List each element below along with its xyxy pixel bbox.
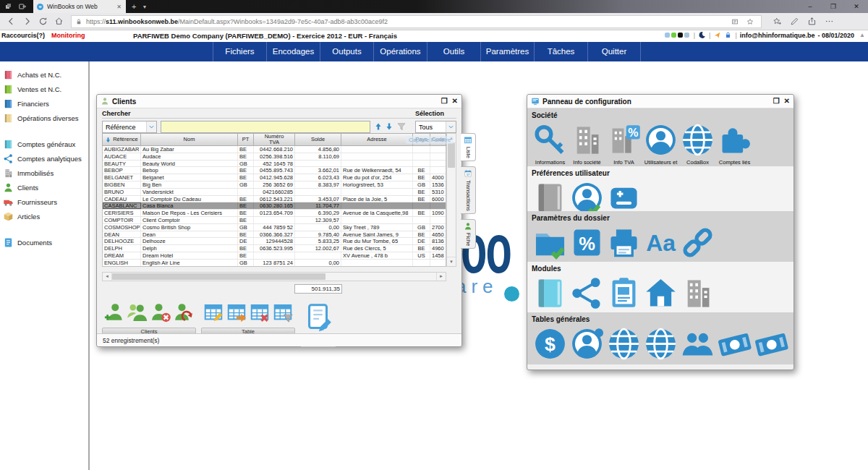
column-header-pt[interactable]: PT xyxy=(238,134,254,145)
maximize-window-icon[interactable]: ❐ xyxy=(441,95,448,108)
clients-window-titlebar[interactable]: Clients ❐✕ xyxy=(97,95,461,108)
button-adapter[interactable]: Adapter xyxy=(249,298,271,327)
sidebar-item-ventes-et-n-c[interactable]: Ventes et N.C. xyxy=(0,82,87,96)
table-row[interactable]: ENGLISHEnglish Air LineGB123 8751 240,00 xyxy=(103,260,446,267)
config-item-divers[interactable]: Divers xyxy=(569,179,605,211)
button-exporter[interactable]: Exporter xyxy=(226,298,247,327)
config-item-facturation[interactable]: Facturation xyxy=(605,275,642,312)
config-item-comptes-bancaires[interactable]: Comptes bancaires xyxy=(753,325,790,364)
side-tab-fiche[interactable]: Fiche xyxy=(461,219,476,249)
config-item-codes-postaux[interactable]: Codes postaux xyxy=(642,325,679,364)
sidebar-item-comptes-generaux[interactable]: Comptes généraux xyxy=(0,137,87,151)
back-icon[interactable] xyxy=(7,17,16,26)
side-tab-transactions[interactable]: 17Transactions xyxy=(461,166,476,214)
reading-view-icon[interactable] xyxy=(731,18,739,25)
vertical-scrollbar[interactable]: ▲ ▼ xyxy=(446,133,456,267)
horizontal-scrollbar[interactable]: ◄ ► xyxy=(102,272,446,281)
contact-email[interactable]: info@hhinformatique.be xyxy=(740,32,815,39)
forward-icon[interactable] xyxy=(22,17,32,26)
button-filtrer[interactable]: Filtrer xyxy=(272,298,294,327)
monitoring-link[interactable]: Monitoring xyxy=(51,32,85,39)
config-item-touches-de-raccourcis[interactable]: Touches de raccourcis xyxy=(605,179,642,211)
scroll-down-icon[interactable]: ▼ xyxy=(447,257,456,266)
menu-item-outputs[interactable]: Outputs xyxy=(320,42,373,61)
table-row[interactable]: BEBOPBebopBE0455.895.7433.662,01Rue de W… xyxy=(103,167,446,174)
search-input[interactable] xyxy=(161,121,370,133)
table-row[interactable]: BRUNOVandersnickt0421660285BE5310 xyxy=(103,189,446,196)
config-item-codes-tva[interactable]: %Codes TVA xyxy=(569,224,605,262)
table-row[interactable]: DEANDeanBE0366.366.3279.785,40Avenue Sai… xyxy=(103,231,446,239)
column-header-adresse[interactable]: Adresse xyxy=(341,134,413,145)
menu-item-fichiers[interactable]: Fichiers xyxy=(213,42,266,61)
table-row[interactable]: CASABLANCCasa BlancaBE0630.280.16511.704… xyxy=(103,202,446,210)
more-options-icon[interactable] xyxy=(825,17,834,26)
new-tab-button[interactable]: + xyxy=(132,2,136,11)
config-item-format[interactable]: AaFormat xyxy=(642,224,679,262)
config-item-winbooks-id[interactable]: WinBooks ID xyxy=(679,224,716,262)
collapse-chevron-icon[interactable]: ▲ xyxy=(859,32,865,38)
menu-item-encodages[interactable]: Encodages xyxy=(266,42,320,61)
table-row[interactable]: BELGANETBelganetBE0412.945.6286.023,43Ru… xyxy=(103,174,446,181)
search-down-icon[interactable] xyxy=(385,122,393,131)
config-item-conditions-de-paiement[interactable]: Conditions de paiement xyxy=(716,325,753,364)
selection-select[interactable]: Tous xyxy=(415,121,456,133)
menu-item-quitter[interactable]: Quitter xyxy=(587,42,641,61)
button-piece-jointe[interactable]: Pièce jointe xyxy=(302,298,335,338)
notes-pen-icon[interactable] xyxy=(790,17,799,26)
menu-item-parametres[interactable]: Paramètres xyxy=(480,42,534,61)
tab-preview-icon[interactable] xyxy=(4,2,14,11)
scroll-left-icon[interactable]: ◄ xyxy=(103,273,112,281)
scroll-right-icon[interactable]: ► xyxy=(436,273,446,281)
config-item-pays[interactable]: Pays xyxy=(605,325,642,364)
url-bar[interactable]: https://s11.winbooksonweb.be/MainDefault… xyxy=(71,15,762,28)
restore-button[interactable]: ❐ xyxy=(822,0,845,13)
config-item-gestion-de-stock[interactable]: Gestion de stock xyxy=(642,275,679,312)
sidebar-item-operations-diverses[interactable]: Opérations diverses xyxy=(0,111,87,125)
shortcuts-link[interactable]: Raccourcis(?) xyxy=(1,32,45,39)
config-item-immobilises[interactable]: Immobilisés xyxy=(679,275,716,312)
config-item-informations-sur-la-licence[interactable]: Informations sur la licence xyxy=(532,121,569,166)
sidebar-item-articles[interactable]: Articles xyxy=(0,209,87,223)
column-header-solde[interactable]: Solde xyxy=(295,134,341,145)
config-item-options-d-impression[interactable]: Options d'impression xyxy=(605,224,642,262)
config-item-comptabilite-generale[interactable]: Comptabilité générale xyxy=(532,275,569,312)
filter-funnel-icon[interactable] xyxy=(396,121,407,132)
refresh-icon[interactable] xyxy=(38,17,48,26)
config-item-civilites-des-tiers[interactable]: Civilités des tiers xyxy=(679,325,716,364)
favorites-icon[interactable] xyxy=(773,17,782,26)
column-header-numero-tva[interactable]: Numéro TVA xyxy=(254,134,295,145)
button-copier[interactable]: Copier xyxy=(127,298,148,327)
config-item-options-du-dossier[interactable]: Options du dossier xyxy=(532,224,569,262)
table-row[interactable]: CADEAULe Comptoir Du CadeauBE0612.543.22… xyxy=(103,196,446,203)
button-ajouter[interactable]: Ajouter xyxy=(103,298,125,327)
config-item-langues[interactable]: Langues xyxy=(569,325,605,364)
sidebar-item-achats-et-n-c[interactable]: Achats et N.C. xyxy=(0,67,87,82)
search-up-icon[interactable] xyxy=(374,122,383,131)
table-row[interactable]: COSMOSHOPCosmo British ShopGB444 7859 52… xyxy=(103,224,446,231)
favorite-star-icon[interactable] xyxy=(746,18,754,25)
sidebar-item-financiers[interactable]: Financiers xyxy=(0,96,87,111)
search-field-select[interactable]: Référence xyxy=(102,121,157,133)
table-row[interactable]: DREAMDream HotelBEXV Avenue , 478 bUS145… xyxy=(103,252,446,260)
table-row[interactable]: COMPTOIRClient ComptoirBE12.309,57 xyxy=(103,217,446,224)
scrollbar-thumb[interactable] xyxy=(448,143,455,168)
table-row[interactable]: BEAUTYBeauty WorldGB452 1645 78 xyxy=(103,161,446,168)
tab-list-chevron-icon[interactable]: ▼ xyxy=(142,4,147,9)
config-item-comptes-lies[interactable]: Comptes liés xyxy=(716,121,753,166)
config-item-utilisateurs-et-dossiers[interactable]: Utilisateurs et dossiers xyxy=(642,121,679,166)
sidebar-item-comptes-analytiques[interactable]: Comptes analytiques xyxy=(0,151,87,166)
column-header-reference[interactable]: Référence xyxy=(103,134,141,145)
side-tab-liste[interactable]: Liste xyxy=(461,133,476,161)
column-header-nom[interactable]: Nom xyxy=(141,134,238,145)
button-annuler[interactable]: Annuler xyxy=(173,298,195,327)
close-window-icon[interactable]: ✕ xyxy=(784,95,790,108)
maximize-window-icon[interactable]: ❐ xyxy=(773,95,780,108)
menu-item-taches[interactable]: Tâches xyxy=(534,42,587,61)
config-item-info-tva[interactable]: %Info TVA xyxy=(605,121,642,166)
table-row[interactable]: BIGBENBig BenGB256 3652 698.383,97Horlog… xyxy=(103,181,446,189)
config-item-info-societe[interactable]: Info société xyxy=(569,121,605,166)
scrollbar-thumb[interactable] xyxy=(112,273,326,280)
moon-icon[interactable] xyxy=(698,31,706,39)
menu-item-operations[interactable]: Opérations xyxy=(373,42,427,61)
minimize-button[interactable]: – xyxy=(799,0,822,13)
